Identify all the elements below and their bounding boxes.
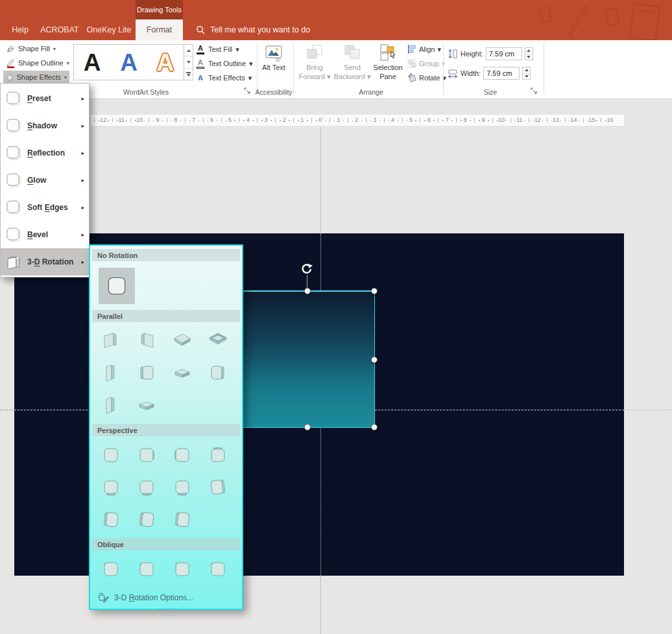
wordart-style-orange[interactable]: A: [156, 51, 174, 75]
rotation-handle[interactable]: [300, 263, 313, 276]
menu-item-3-d-rotation[interactable]: 3-D Rotation▸: [1, 248, 89, 276]
group-label-size: Size: [463, 88, 518, 97]
rotation-option-cube-iso-bottom[interactable]: [206, 329, 230, 353]
rotation-option-cube-iso-tall[interactable]: [99, 393, 123, 418]
rotation-option-cube-persp-bottom-2[interactable]: [134, 475, 159, 500]
submenu-section-header-parallel: Parallel: [92, 310, 240, 322]
menu-item-shadow[interactable]: Shadow▸: [1, 112, 89, 139]
menu-item-glow[interactable]: Glow▸: [1, 167, 89, 194]
glow-icon: [4, 171, 23, 189]
rotation-option-cube-slab[interactable]: [170, 361, 195, 386]
menu-item-label: Shadow: [27, 121, 57, 130]
alt-text-button[interactable]: Alt Text: [258, 43, 289, 73]
tab-help[interactable]: Help: [5, 19, 35, 40]
rotation-option-cube-persp-edge-top[interactable]: [206, 443, 230, 467]
wordart-style-black[interactable]: A: [84, 51, 101, 75]
resize-handle-se[interactable]: [371, 424, 378, 430]
align-button[interactable]: Align▾: [407, 43, 441, 56]
width-input[interactable]: [483, 67, 520, 80]
tab-onekey-lite[interactable]: OneKey Lite: [83, 19, 135, 40]
rotation-option-cube-iso-top[interactable]: [170, 329, 195, 353]
rotate-button[interactable]: Rotate▾: [407, 71, 446, 84]
rotation-option-cube-persp-bottom-3[interactable]: [170, 475, 195, 500]
gallery-scroll-down-button[interactable]: [184, 56, 193, 67]
rotation-option-cube-front[interactable]: [99, 268, 135, 304]
pen-underline-icon: [6, 58, 16, 68]
resize-handle-n[interactable]: [304, 288, 311, 294]
bring-forward-button[interactable]: Bring Forward ▾: [296, 43, 333, 82]
resize-handle-ne[interactable]: [371, 288, 378, 294]
height-input[interactable]: [486, 47, 522, 60]
gallery-scroll-up-button[interactable]: [184, 45, 193, 56]
vertical-guide-bottom[interactable]: [320, 576, 321, 634]
submenu-arrow-icon: ▸: [81, 231, 84, 238]
width-spin-up[interactable]: [523, 67, 530, 73]
rotation-option-cube-oblique-1[interactable]: [99, 557, 123, 581]
tell-me-search[interactable]: Tell me what you want to do: [189, 19, 317, 40]
menu-item-preset[interactable]: Preset▸: [1, 85, 89, 112]
height-icon: [448, 49, 458, 59]
3d-rotation-options-icon: [98, 593, 109, 604]
rotation-option-cube-oblique-4[interactable]: [206, 557, 230, 581]
horizontal-guide-left[interactable]: [0, 410, 14, 410]
search-icon: [196, 25, 205, 34]
shape-outline-button[interactable]: Shape Outline▾: [3, 56, 72, 69]
rotation-option-cube-iso-left[interactable]: [99, 329, 123, 353]
height-spin-down[interactable]: [525, 54, 533, 60]
rotation-option-cube-persp-front[interactable]: [99, 443, 123, 467]
resize-handle-e[interactable]: [371, 357, 378, 363]
submenu-section-header-perspective: Perspective: [92, 424, 240, 436]
size-dialog-launcher[interactable]: [531, 88, 540, 97]
3d-rotation-options-item[interactable]: 3-D Rotation Options...: [90, 589, 242, 607]
rotation-option-cube-oblique-2[interactable]: [134, 557, 159, 581]
resize-handle-s[interactable]: [304, 424, 311, 430]
tab-acrobat[interactable]: ACROBAT: [36, 19, 83, 40]
wordart-gallery[interactable]: A A A: [73, 44, 184, 80]
submenu-resize-grip[interactable]: [90, 607, 242, 610]
tell-me-label: Tell me what you want to do: [210, 25, 310, 34]
vertical-guide-top[interactable]: [320, 128, 321, 233]
rotation-option-cube-persp-tilt-left[interactable]: [99, 508, 123, 532]
rotation-option-cube-persp-tilt-left-2[interactable]: [134, 508, 159, 532]
rotation-option-cube-persp-edge-right[interactable]: [134, 443, 159, 467]
group-button[interactable]: Group▾: [407, 57, 445, 70]
gallery-more-button[interactable]: [184, 68, 193, 80]
selection-pane-button[interactable]: Selection Pane: [371, 43, 405, 82]
rotation-option-cube-persp-edge-left[interactable]: [170, 443, 195, 467]
menu-item-bevel[interactable]: Bevel▸: [1, 221, 89, 248]
group-label-arrange: Arrange: [337, 88, 405, 97]
rotation-option-cube-iso-right[interactable]: [134, 329, 159, 353]
rotation-option-cube-iso-left-tall[interactable]: [99, 361, 123, 386]
height-field-row: Height:: [448, 47, 533, 60]
wordart-style-blue[interactable]: A: [120, 51, 138, 75]
menu-item-label: Bevel: [27, 230, 48, 239]
rotation-option-cube-oblique-3[interactable]: [170, 557, 195, 581]
rotation-option-cube-side-left[interactable]: [134, 361, 159, 386]
send-backward-button[interactable]: Send Backward ▾: [333, 43, 371, 82]
tab-format-active[interactable]: Format: [136, 19, 183, 40]
group-label: Group: [419, 60, 439, 67]
menu-item-reflection[interactable]: Reflection▸: [1, 139, 89, 167]
menu-item-soft-edges[interactable]: Soft Edges▸: [1, 194, 89, 221]
title-bar: Drawing Tools Help ACROBAT OneKey Lite F…: [0, 0, 672, 40]
selected-shape[interactable]: [239, 290, 375, 428]
submenu-section-header-no-rotation: No Rotation: [92, 249, 240, 261]
text-outline-button[interactable]: A Text Outline▾: [196, 57, 253, 70]
rotation-option-cube-persp-tilt-right[interactable]: [206, 475, 230, 500]
rotation-option-cube-persp-tilt-left-3[interactable]: [170, 508, 195, 532]
align-label: Align: [419, 45, 435, 53]
submenu-arrow-icon: ▸: [81, 177, 84, 183]
text-fill-button[interactable]: A Text Fill▾: [196, 43, 239, 56]
powerpoint-window: Drawing Tools Help ACROBAT OneKey Lite F…: [0, 0, 672, 634]
rotation-option-cube-side-right[interactable]: [206, 361, 230, 386]
horizontal-guide-right[interactable]: [624, 410, 672, 410]
rotation-option-cube-persp-edge-bottom[interactable]: [99, 475, 123, 500]
submenu-arrow-icon: ▸: [81, 123, 84, 129]
text-effects-button[interactable]: A Text Effects▾: [196, 71, 252, 84]
shape-fill-button[interactable]: Shape Fill▾: [3, 42, 58, 55]
height-spin-up[interactable]: [525, 48, 533, 54]
shape-outline-label: Shape Outline: [18, 59, 64, 67]
width-spin-down[interactable]: [523, 73, 530, 80]
rotation-option-cube-slab-low[interactable]: [134, 393, 159, 418]
shape-effects-button[interactable]: Shape Effects▾: [3, 71, 69, 84]
